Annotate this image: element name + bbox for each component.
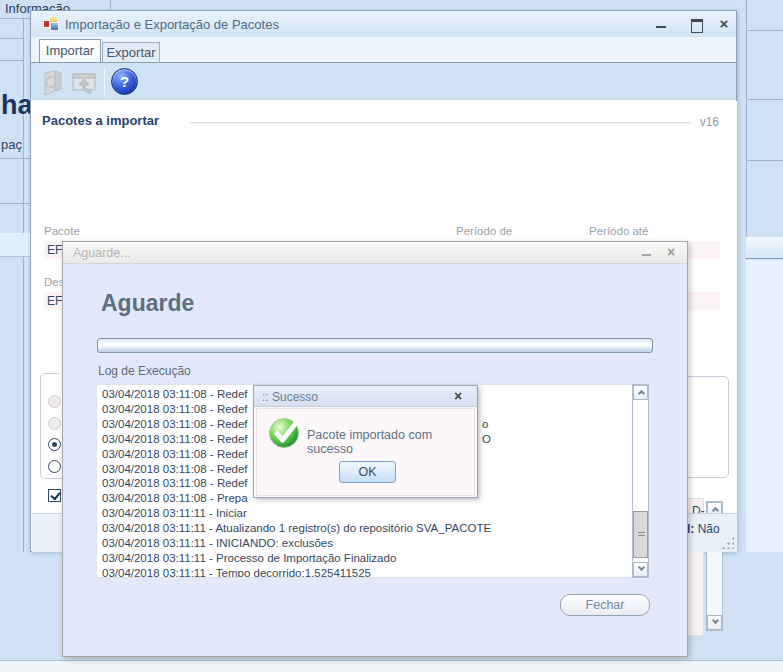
background-heading-fragment: ha [1,90,33,121]
close-icon[interactable]: × [450,389,466,404]
section-rule [190,122,691,124]
radio-option-4[interactable] [48,460,61,473]
divider [746,99,783,100]
ok-button[interactable]: OK [339,461,396,483]
section-version: v16 [700,115,719,129]
background-panel [746,260,783,552]
tab-importar[interactable]: Importar [39,39,101,62]
success-message: Pacote importado com sucesso [307,428,474,456]
packages-icon [43,16,60,32]
scroll-up-button[interactable] [633,385,648,400]
status-value: Não [698,522,720,536]
help-button[interactable]: ? [111,68,138,95]
resize-grip[interactable] [721,536,734,549]
divider [0,158,30,159]
background-bottom-bar [0,660,783,672]
log-line: 03/04/2018 03:11:11 - Atualizando 1 regi… [102,521,632,536]
radio-option-2[interactable] [48,417,61,430]
maximize-button[interactable] [688,17,706,32]
message-box-titlebar[interactable]: :: Sucesso × [254,386,477,407]
divider [0,203,30,204]
divider [0,60,23,61]
search-package-icon[interactable] [41,69,68,97]
log-label: Log de Execução [98,364,191,378]
dialog-title: Importação e Exportação de Pacotes [65,17,279,32]
log-line-tail: O [482,433,491,445]
status-text: l: Não [687,522,720,536]
background-panel [0,233,30,257]
import-package-icon[interactable] [71,69,98,97]
scrollbar-thumb[interactable] [633,511,648,558]
wait-dialog-titlebar[interactable]: Aguarde... × [63,242,687,264]
scroll-down-button[interactable] [707,615,722,630]
message-box-body: Pacote importado com sucesso OK [256,408,475,496]
field-label-pacote: Pacote [44,225,433,237]
log-line: 03/04/2018 03:11:11 - Tempo decorrido:1,… [102,566,632,578]
background-section-header [746,237,783,259]
status-label: l: [687,522,694,536]
success-message-box: :: Sucesso × Pac [253,385,478,498]
log-line: 03/04/2018 03:11:11 - Iniciar [102,506,632,521]
screen: Informação ha paç Importação e Exportaçã… [0,0,783,672]
tab-exportar[interactable]: Exportar [102,42,160,62]
log-line: 03/04/2018 03:11:11 - Processo de Import… [102,551,632,566]
background-text-fragment: paç [1,137,22,152]
radio-option-1[interactable] [48,395,61,408]
log-scrollbar[interactable] [632,384,649,578]
divider [746,160,783,161]
dialog-titlebar[interactable]: Importação e Exportação de Pacotes × [31,11,736,37]
field-label-periodo-de: Período de [456,225,568,237]
section-title: Pacotes a importar [42,113,159,128]
log-line-tail: o [482,418,488,430]
section-header: Pacotes a importar v16 [32,113,737,131]
toolbar-separator [104,67,105,97]
fechar-button[interactable]: Fechar [560,594,650,616]
field-label-periodo-ate: Período até [589,225,720,237]
close-button[interactable]: × [715,17,733,32]
wait-heading: Aguarde [101,290,194,317]
message-box-title: :: Sucesso [262,390,318,404]
radio-option-3[interactable] [48,438,61,451]
success-check-icon [268,415,304,451]
tab-strip: Importar Exportar [31,37,736,62]
divider [746,30,783,31]
scroll-down-button[interactable] [633,562,648,577]
minimize-button[interactable] [639,245,655,260]
wait-dialog-title: Aguarde... [73,246,131,260]
divider [0,38,23,39]
checkbox-option-1[interactable] [48,489,61,502]
toolbar: ? [31,62,736,101]
minimize-button[interactable] [653,17,671,32]
progress-bar [97,338,653,353]
close-icon[interactable]: × [663,245,679,260]
log-line: 03/04/2018 03:11:11 - INICIANDO: exclusõ… [102,536,632,551]
